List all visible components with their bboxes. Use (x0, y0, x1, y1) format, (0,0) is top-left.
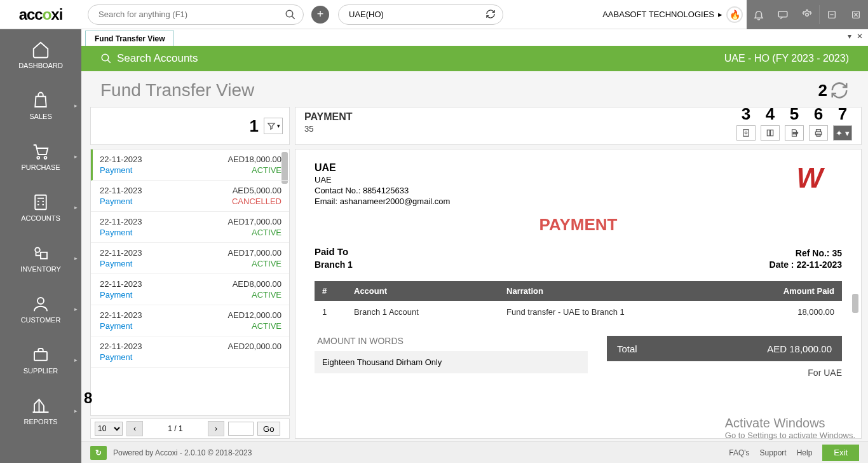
cart-icon (31, 142, 50, 161)
svg-rect-23 (743, 130, 749, 137)
bell-icon[interactable] (747, 0, 771, 29)
inventory-icon (31, 244, 50, 263)
nav-sales[interactable]: SALES▸ (0, 80, 81, 131)
list-item[interactable]: 22-11-2023AED8,000.00 PaymentACTIVE (91, 274, 289, 305)
callout-7: 7 (838, 104, 847, 124)
company-label: AABASOFT TECHNOLOGIES (602, 10, 714, 19)
fiscal-year-label: UAE - HO (FY 2023 - 2023) (724, 53, 849, 64)
company-name[interactable]: AABASOFT TECHNOLOGIES ▸ 🔥 (602, 6, 747, 23)
tab-fund-transfer-view[interactable]: Fund Transfer View (85, 31, 174, 46)
nav-reports[interactable]: REPORTS▸ (0, 385, 81, 436)
callout-5: 5 (790, 104, 799, 124)
nav-label: CUSTOMER (21, 316, 61, 324)
page-info: 1 / 1 (147, 424, 204, 433)
tab-menu-icon[interactable]: ▾ (848, 32, 851, 41)
item-date: 22-11-2023 (100, 217, 142, 226)
powered-by: Powered by Accoxi - 2.0.10 © 2018-2023 (113, 448, 252, 457)
col-amount: Amount Paid (753, 281, 842, 301)
left-nav: DASHBOARD SALES▸ PURCHASE▸ ACCOUNTS▸ INV… (0, 29, 81, 463)
briefcase-icon (31, 345, 50, 364)
email-row: Email: ashanameer2000@gmail.com (315, 197, 842, 206)
search-accounts-link[interactable]: Search Accounts (117, 52, 198, 65)
svg-point-24 (745, 132, 747, 134)
item-date: 22-11-2023 (100, 155, 142, 164)
settings-icon[interactable] (795, 0, 819, 29)
faq-link[interactable]: FAQ's (729, 448, 749, 457)
list-item[interactable]: 22-11-2023AED18,000.00 PaymentACTIVE (91, 149, 289, 181)
chevron-right-icon: ▸ (718, 10, 722, 19)
quick-add-button[interactable]: + (311, 6, 329, 24)
chart-icon (31, 396, 50, 415)
nav-label: SUPPLIER (24, 367, 58, 375)
search-icon[interactable] (285, 9, 296, 20)
list-item[interactable]: 22-11-2023AED5,000.00 PaymentCANCELLED (91, 181, 289, 212)
nav-dashboard[interactable]: DASHBOARD (0, 29, 81, 80)
item-status: ACTIVE (252, 290, 281, 300)
support-link[interactable]: Support (760, 448, 787, 457)
item-status: ACTIVE (252, 228, 281, 237)
paid-to-value: Branch 1 (315, 259, 353, 270)
list-item[interactable]: 22-11-2023AED20,000.00 Payment (91, 336, 289, 368)
close-icon[interactable] (844, 0, 868, 29)
list-item[interactable]: 22-11-2023AED17,000.00 PaymentACTIVE (91, 243, 289, 274)
item-amount: AED18,000.00 (227, 155, 281, 164)
attachment-button[interactable] (736, 125, 756, 141)
item-type: Payment (100, 165, 132, 175)
item-status: ACTIVE (252, 259, 281, 268)
go-button[interactable]: Go (257, 422, 280, 436)
nav-supplier[interactable]: SUPPLIER▸ (0, 335, 81, 385)
sync-icon[interactable] (485, 9, 496, 19)
detail-subtitle: 35 (304, 124, 353, 134)
nav-inventory[interactable]: INVENTORY▸ (0, 233, 81, 284)
item-amount: AED17,000.00 (227, 248, 281, 258)
global-search-input[interactable] (88, 4, 304, 25)
svg-point-10 (44, 156, 47, 159)
item-status: CANCELLED (232, 197, 281, 206)
scrollbar[interactable] (852, 294, 858, 313)
tab-close-icon[interactable]: ✕ (857, 32, 863, 41)
chat-icon[interactable] (771, 0, 795, 29)
filter-button[interactable]: ▾ (264, 118, 283, 134)
notification-flame-icon[interactable]: 🔥 (726, 6, 743, 23)
pdf-button[interactable]: PDF (785, 125, 804, 141)
refresh-icon[interactable] (830, 81, 849, 100)
nav-purchase[interactable]: PURCHASE▸ (0, 131, 81, 182)
journal-button[interactable] (761, 125, 780, 141)
amount-words-value: Eighteen Thousand Dirham Only (315, 351, 588, 373)
calculator-icon (31, 193, 50, 212)
item-type: Payment (100, 228, 132, 237)
list-item[interactable]: 22-11-2023AED12,000.00 PaymentACTIVE (91, 305, 289, 336)
page-size-select[interactable]: 10 (95, 422, 123, 436)
bag-icon (31, 91, 50, 110)
exit-button[interactable]: Exit (822, 445, 859, 461)
paid-to-label: Paid To (315, 246, 353, 257)
minimize-icon[interactable] (820, 0, 844, 29)
svg-rect-20 (34, 352, 47, 361)
col-account: Account (346, 281, 499, 301)
prev-page-button[interactable]: ‹ (126, 421, 143, 436)
home-icon (31, 40, 50, 59)
svg-line-1 (292, 16, 295, 19)
next-page-button[interactable]: › (208, 421, 224, 436)
total-box: Total AED 18,000.00 (607, 336, 842, 361)
nav-customer[interactable]: CUSTOMER▸ (0, 284, 81, 335)
help-link[interactable]: Help (797, 448, 813, 457)
branch-select[interactable] (338, 4, 503, 25)
list-item[interactable]: 22-11-2023AED17,000.00 PaymentACTIVE (91, 212, 289, 243)
user-icon (31, 294, 50, 314)
transaction-list[interactable]: 22-11-2023AED18,000.00 PaymentACTIVE22-1… (90, 149, 290, 416)
item-date: 22-11-2023 (100, 186, 142, 195)
nav-label: ACCOUNTS (21, 214, 60, 222)
svg-point-17 (35, 247, 40, 252)
print-button[interactable] (809, 125, 828, 141)
svg-rect-18 (41, 252, 47, 259)
page-jump-input[interactable] (228, 422, 254, 436)
item-amount: AED17,000.00 (227, 217, 281, 226)
company-logo-icon: W (796, 162, 823, 194)
detail-table: # Account Narration Amount Paid 1Branch … (315, 281, 842, 323)
item-date: 22-11-2023 (100, 310, 142, 320)
svg-point-21 (102, 54, 109, 61)
document-type-title: PAYMENT (315, 215, 842, 235)
nav-accounts[interactable]: ACCOUNTS▸ (0, 182, 81, 233)
more-button[interactable]: ✦ ▾ (833, 125, 852, 141)
